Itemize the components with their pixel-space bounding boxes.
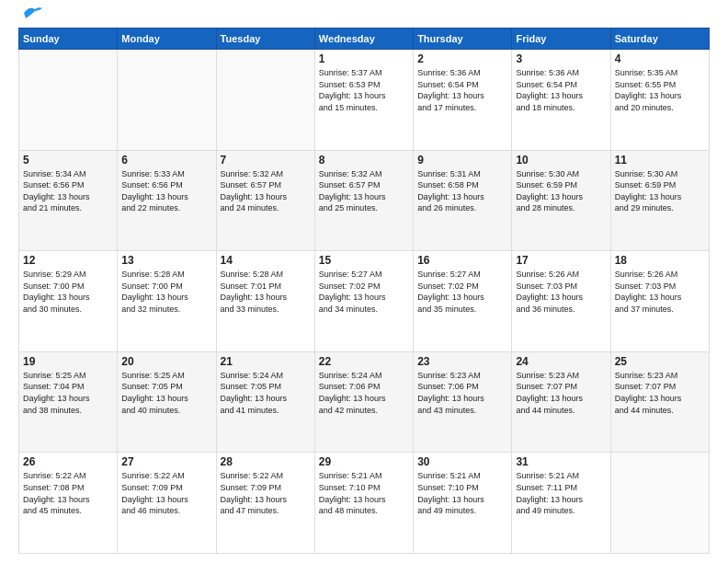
day-info: Sunrise: 5:31 AMSunset: 6:58 PMDaylight:… [417, 168, 507, 214]
day-info: Sunrise: 5:23 AMSunset: 7:06 PMDaylight:… [417, 370, 507, 416]
logo [18, 15, 42, 20]
day-number: 13 [121, 254, 211, 267]
calendar-cell: 17Sunrise: 5:26 AMSunset: 7:03 PMDayligh… [512, 251, 610, 352]
calendar-table: SundayMondayTuesdayWednesdayThursdayFrid… [18, 28, 710, 554]
weekday-header-friday: Friday [512, 29, 610, 50]
day-info: Sunrise: 5:21 AMSunset: 7:10 PMDaylight:… [417, 470, 507, 516]
calendar-cell: 25Sunrise: 5:23 AMSunset: 7:07 PMDayligh… [610, 351, 709, 453]
calendar-cell: 10Sunrise: 5:30 AMSunset: 6:59 PMDayligh… [512, 150, 610, 251]
calendar-cell: 7Sunrise: 5:32 AMSunset: 6:57 PMDaylight… [216, 150, 314, 251]
day-number: 30 [417, 455, 507, 468]
day-info: Sunrise: 5:32 AMSunset: 6:57 PMDaylight:… [221, 168, 311, 214]
weekday-header-monday: Monday [118, 29, 216, 50]
day-info: Sunrise: 5:25 AMSunset: 7:05 PMDaylight:… [121, 370, 211, 416]
day-number: 22 [319, 355, 409, 368]
calendar-cell: 11Sunrise: 5:30 AMSunset: 6:59 PMDayligh… [610, 150, 709, 251]
day-info: Sunrise: 5:27 AMSunset: 7:02 PMDaylight:… [417, 269, 507, 315]
day-number: 9 [417, 154, 507, 167]
day-info: Sunrise: 5:28 AMSunset: 7:00 PMDaylight:… [121, 269, 211, 315]
day-number: 7 [221, 154, 311, 167]
calendar-cell: 13Sunrise: 5:28 AMSunset: 7:00 PMDayligh… [118, 251, 216, 352]
calendar-cell: 15Sunrise: 5:27 AMSunset: 7:02 PMDayligh… [314, 251, 413, 352]
weekday-header-thursday: Thursday [414, 29, 512, 50]
day-info: Sunrise: 5:22 AMSunset: 7:09 PMDaylight:… [221, 470, 311, 516]
logo-bird-icon [22, 6, 42, 20]
day-number: 17 [516, 254, 606, 267]
day-info: Sunrise: 5:21 AMSunset: 7:11 PMDaylight:… [516, 470, 606, 516]
calendar-cell: 4Sunrise: 5:35 AMSunset: 6:55 PMDaylight… [610, 50, 709, 151]
day-info: Sunrise: 5:30 AMSunset: 6:59 PMDaylight:… [516, 168, 606, 214]
weekday-header-saturday: Saturday [610, 29, 709, 50]
weekday-header-wednesday: Wednesday [314, 29, 413, 50]
calendar-cell: 22Sunrise: 5:24 AMSunset: 7:06 PMDayligh… [314, 351, 413, 453]
day-number: 5 [23, 154, 113, 167]
calendar-cell: 2Sunrise: 5:36 AMSunset: 6:54 PMDaylight… [414, 50, 512, 151]
calendar-cell: 18Sunrise: 5:26 AMSunset: 7:03 PMDayligh… [610, 251, 709, 352]
calendar-cell [610, 453, 709, 554]
day-info: Sunrise: 5:26 AMSunset: 7:03 PMDaylight:… [615, 269, 705, 315]
day-number: 23 [417, 355, 507, 368]
day-number: 19 [23, 355, 113, 368]
day-number: 20 [121, 355, 211, 368]
day-info: Sunrise: 5:34 AMSunset: 6:56 PMDaylight:… [23, 168, 113, 214]
day-number: 14 [221, 254, 311, 267]
calendar-cell [19, 50, 118, 151]
day-info: Sunrise: 5:26 AMSunset: 7:03 PMDaylight:… [516, 269, 606, 315]
calendar-cell: 9Sunrise: 5:31 AMSunset: 6:58 PMDaylight… [414, 150, 512, 251]
day-info: Sunrise: 5:23 AMSunset: 7:07 PMDaylight:… [615, 370, 705, 416]
day-number: 3 [516, 52, 606, 65]
day-number: 28 [221, 455, 311, 468]
day-number: 4 [615, 52, 705, 65]
day-number: 6 [121, 154, 211, 167]
calendar-cell: 23Sunrise: 5:23 AMSunset: 7:06 PMDayligh… [414, 351, 512, 453]
day-number: 27 [121, 455, 211, 468]
day-info: Sunrise: 5:28 AMSunset: 7:01 PMDaylight:… [221, 269, 311, 315]
day-info: Sunrise: 5:22 AMSunset: 7:09 PMDaylight:… [121, 470, 211, 516]
calendar-cell: 12Sunrise: 5:29 AMSunset: 7:00 PMDayligh… [19, 251, 118, 352]
week-row-3: 12Sunrise: 5:29 AMSunset: 7:00 PMDayligh… [19, 251, 710, 352]
day-number: 24 [516, 355, 606, 368]
day-number: 31 [516, 455, 606, 468]
calendar-cell: 28Sunrise: 5:22 AMSunset: 7:09 PMDayligh… [216, 453, 314, 554]
weekday-header-sunday: Sunday [19, 29, 118, 50]
week-row-4: 19Sunrise: 5:25 AMSunset: 7:04 PMDayligh… [19, 351, 710, 453]
day-number: 29 [319, 455, 409, 468]
day-info: Sunrise: 5:23 AMSunset: 7:07 PMDaylight:… [516, 370, 606, 416]
day-number: 15 [319, 254, 409, 267]
day-info: Sunrise: 5:35 AMSunset: 6:55 PMDaylight:… [615, 67, 705, 113]
day-number: 25 [615, 355, 705, 368]
day-number: 1 [319, 52, 409, 65]
header [18, 15, 710, 20]
day-info: Sunrise: 5:25 AMSunset: 7:04 PMDaylight:… [23, 370, 113, 416]
weekday-header-tuesday: Tuesday [216, 29, 314, 50]
day-info: Sunrise: 5:24 AMSunset: 7:05 PMDaylight:… [221, 370, 311, 416]
day-info: Sunrise: 5:37 AMSunset: 6:53 PMDaylight:… [319, 67, 409, 113]
calendar-cell: 19Sunrise: 5:25 AMSunset: 7:04 PMDayligh… [19, 351, 118, 453]
day-number: 11 [615, 154, 705, 167]
calendar-cell: 26Sunrise: 5:22 AMSunset: 7:08 PMDayligh… [19, 453, 118, 554]
day-number: 12 [23, 254, 113, 267]
week-row-1: 1Sunrise: 5:37 AMSunset: 6:53 PMDaylight… [19, 50, 710, 151]
calendar-cell: 21Sunrise: 5:24 AMSunset: 7:05 PMDayligh… [216, 351, 314, 453]
week-row-2: 5Sunrise: 5:34 AMSunset: 6:56 PMDaylight… [19, 150, 710, 251]
day-info: Sunrise: 5:21 AMSunset: 7:10 PMDaylight:… [319, 470, 409, 516]
day-info: Sunrise: 5:33 AMSunset: 6:56 PMDaylight:… [121, 168, 211, 214]
day-info: Sunrise: 5:24 AMSunset: 7:06 PMDaylight:… [319, 370, 409, 416]
day-number: 10 [516, 154, 606, 167]
day-info: Sunrise: 5:36 AMSunset: 6:54 PMDaylight:… [417, 67, 507, 113]
day-number: 26 [23, 455, 113, 468]
calendar-cell: 14Sunrise: 5:28 AMSunset: 7:01 PMDayligh… [216, 251, 314, 352]
calendar-cell [216, 50, 314, 151]
day-info: Sunrise: 5:36 AMSunset: 6:54 PMDaylight:… [516, 67, 606, 113]
calendar-cell: 6Sunrise: 5:33 AMSunset: 6:56 PMDaylight… [118, 150, 216, 251]
calendar-cell: 3Sunrise: 5:36 AMSunset: 6:54 PMDaylight… [512, 50, 610, 151]
day-number: 21 [221, 355, 311, 368]
calendar-cell: 16Sunrise: 5:27 AMSunset: 7:02 PMDayligh… [414, 251, 512, 352]
calendar-cell: 1Sunrise: 5:37 AMSunset: 6:53 PMDaylight… [314, 50, 413, 151]
day-info: Sunrise: 5:22 AMSunset: 7:08 PMDaylight:… [23, 470, 113, 516]
calendar-cell: 30Sunrise: 5:21 AMSunset: 7:10 PMDayligh… [414, 453, 512, 554]
calendar-cell [118, 50, 216, 151]
day-info: Sunrise: 5:27 AMSunset: 7:02 PMDaylight:… [319, 269, 409, 315]
week-row-5: 26Sunrise: 5:22 AMSunset: 7:08 PMDayligh… [19, 453, 710, 554]
day-info: Sunrise: 5:30 AMSunset: 6:59 PMDaylight:… [615, 168, 705, 214]
